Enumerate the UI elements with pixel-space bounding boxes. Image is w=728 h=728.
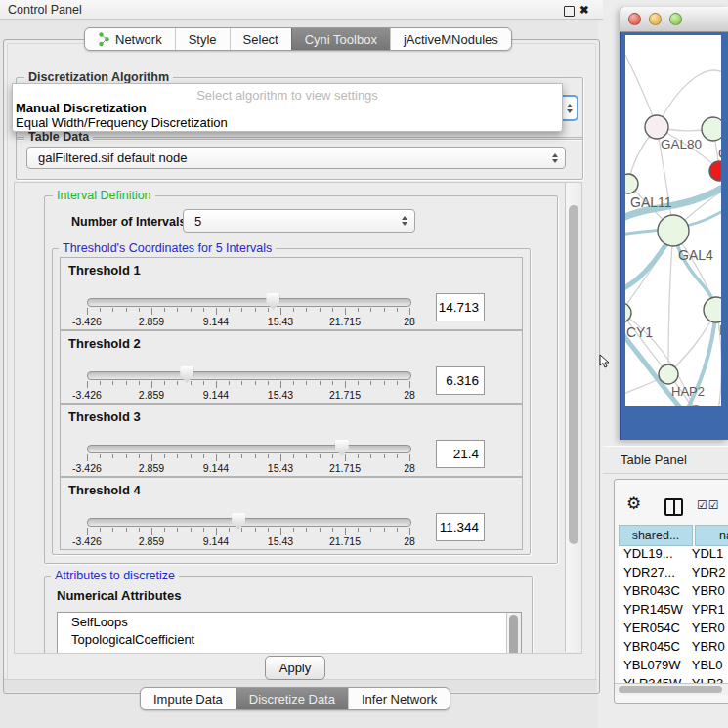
slider-tick-label: -3.426 [58,535,116,547]
slider-tick-label: 21.715 [316,389,374,401]
slider-tick [177,528,178,532]
table-data-group-title: Table Data [24,130,93,144]
slider-tick [293,528,294,532]
tab-jactivemnodules-label: jActiveMNodules [404,32,498,47]
threshold-2-slider-track[interactable] [87,371,411,380]
attribute-list-item[interactable]: SelfLoops [58,613,521,630]
number-of-intervals-value: 5 [194,214,201,229]
threshold-3-slider-track[interactable] [87,445,411,453]
close-icon[interactable]: ✖ [579,3,589,17]
slider-tick-label: 2.859 [122,389,181,401]
table-row[interactable]: YBR043CYBR0 [619,583,728,602]
zoom-traffic-light-icon[interactable] [669,13,682,25]
settings-scroll-thumb[interactable] [569,205,578,544]
slider-tick [203,528,204,532]
cell-shared-name[interactable]: YDL19... [619,546,692,565]
cell-shared-name[interactable]: YDR27... [619,565,692,583]
slider-tick [216,528,217,535]
threshold-2-value-field[interactable] [436,366,485,395]
slider-tick [370,528,371,532]
cell-name[interactable]: YPR1 [692,602,728,621]
screen: Control Panel ✖ Network Style Select Cyn… [0,0,728,728]
threshold-1-value-field[interactable] [436,293,485,321]
tab-jactivemnodules[interactable]: jActiveMNodules [390,28,511,50]
cell-shared-name[interactable]: YLR345W [619,676,692,683]
minimize-traffic-light-icon[interactable] [649,13,662,25]
table-row[interactable]: YLR345WYLR3 [619,676,728,683]
table-row[interactable]: YDR27...YDR2 [619,565,728,583]
slider-tick [345,454,346,461]
gear-icon[interactable]: ⚙ [626,495,641,512]
slider-tick [191,381,192,385]
interval-definition-title: Interval Definition [53,189,155,202]
checkbox-icon[interactable]: ☑ [708,499,719,511]
network-node-gal4[interactable] [658,215,689,246]
network-node-hap2[interactable] [659,364,678,384]
cell-shared-name[interactable]: YBR043C [619,583,692,602]
network-node-label: HAP2 [671,384,705,399]
cell-shared-name[interactable]: YPR145W [619,602,692,621]
network-view-window[interactable]: GAL80GCGAL11GAL4GCY1HHAP2 [620,7,728,440]
split-columns-icon[interactable] [664,498,683,516]
network-node-c[interactable] [709,161,721,181]
table-horizontal-scrollbar[interactable] [615,683,728,695]
cell-name[interactable]: YBL0 [692,658,728,676]
table-row[interactable]: YBL079WYBL0 [619,658,728,676]
table-hscroll-thumb[interactable] [619,686,722,693]
attributes-list-scroll-thumb[interactable] [509,615,518,654]
network-node-g[interactable] [702,117,721,141]
cell-shared-name[interactable]: YBR045C [619,639,692,658]
slider-tick [139,454,140,458]
tab-discretize-data[interactable]: Discretize Data [236,688,348,709]
table-row[interactable]: YDL19...YDL1 [619,546,728,565]
network-window-titlebar[interactable] [620,7,728,32]
threshold-1-slider-track[interactable] [87,298,411,307]
table-row[interactable]: YBR045CYBR0 [619,639,728,658]
tab-impute-data[interactable]: Impute Data [141,688,236,709]
popup-item-manual-discretization[interactable]: Manual Discretization [16,101,147,115]
slider-tick [320,454,321,458]
numerical-attributes-list[interactable]: SelfLoopsTopologicalCoefficientBetweenne… [57,612,522,654]
column-header-name[interactable]: na [695,525,728,546]
tab-style[interactable]: Style [175,28,230,50]
float-window-icon[interactable] [564,6,575,17]
attribute-list-item[interactable]: TopologicalCoefficient [58,630,521,648]
slider-tick-label: 28 [380,389,439,401]
tab-infer-network[interactable]: Infer Network [348,688,450,709]
attributes-list-scrollbar[interactable] [506,613,521,654]
cell-name[interactable]: YBR0 [692,639,728,658]
tab-network[interactable]: Network [85,28,175,50]
thresholds-group-title: Threshold's Coordinates for 5 Intervals [59,241,276,255]
slider-tick [112,381,113,385]
apply-button[interactable]: Apply [265,656,325,680]
cell-name[interactable]: YBR0 [692,583,728,602]
settings-scrollbar[interactable] [565,183,581,652]
threshold-4-panel: Threshold 4 -3.4262.8599.14415.4321.7152… [60,477,523,550]
cell-shared-name[interactable]: YER054C [619,621,692,639]
network-node-gal80[interactable] [645,115,668,139]
tab-select[interactable]: Select [230,28,291,50]
threshold-4-slider-track[interactable] [87,518,411,527]
network-node-gal11[interactable] [625,174,638,193]
cell-name[interactable]: YLR3 [692,676,728,683]
popup-item-equal-width-frequency[interactable]: Equal Width/Frequency Discretization [16,115,228,130]
threshold-4-value-field[interactable] [436,513,485,541]
column-header-shared-name[interactable]: shared... [619,525,693,546]
close-traffic-light-icon[interactable] [628,13,641,25]
network-node-h[interactable] [704,297,721,322]
threshold-3-value-field[interactable] [436,440,485,468]
cell-name[interactable]: YER0 [692,621,728,639]
control-panel-titlebar: Control Panel ✖ [0,0,603,20]
number-of-intervals-combobox[interactable]: 5 [183,209,415,233]
table-data-combobox[interactable]: galFiltered.sif default node [26,147,566,169]
cell-name[interactable]: YDL1 [692,546,728,565]
checkbox-icon[interactable]: ☑ [697,499,707,511]
cell-shared-name[interactable]: YBL079W [619,658,692,676]
tab-cyni-toolbox[interactable]: Cyni Toolbox [291,28,390,50]
table-row[interactable]: YER054CYER0 [619,621,728,639]
table-row[interactable]: YPR145WYPR1 [619,602,728,621]
network-canvas[interactable]: GAL80GCGAL11GAL4GCY1HHAP2 [625,35,721,406]
cell-name[interactable]: YDR2 [692,565,728,583]
column-checkboxes[interactable]: ☑ ☑ [697,499,719,511]
attribute-list-item[interactable]: BetweennessCentrality [58,648,521,654]
